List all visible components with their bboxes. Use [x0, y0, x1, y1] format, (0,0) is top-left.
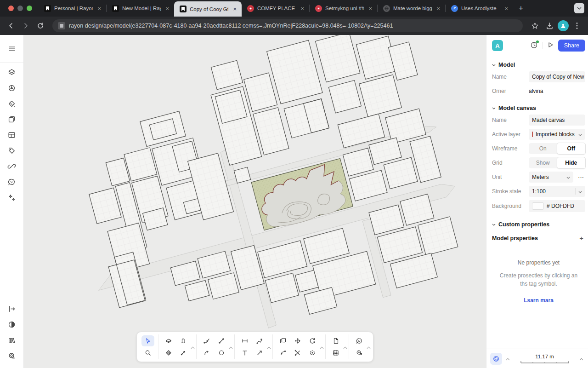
contrast-icon[interactable] — [4, 316, 20, 332]
forward-button[interactable] — [19, 19, 32, 32]
circle-tool[interactable] — [215, 347, 228, 358]
unit-more-button[interactable]: ⋯ — [577, 174, 585, 181]
close-window-button[interactable] — [8, 6, 14, 11]
expand-group-icon[interactable] — [229, 343, 233, 351]
minimize-window-button[interactable] — [17, 6, 23, 11]
tab-setmykng[interactable]: Setmykng unl ##@ × — [310, 0, 377, 17]
library-icon[interactable] — [4, 332, 20, 348]
globe-icon[interactable] — [4, 80, 20, 96]
measure-line-tool[interactable] — [177, 347, 190, 358]
model-name-field[interactable]: Copy of Copy of New M.. — [529, 71, 585, 82]
tag-icon[interactable] — [4, 143, 20, 158]
offset-tool[interactable] — [306, 347, 319, 358]
orientation-icon[interactable] — [490, 353, 502, 365]
learn-more-link[interactable]: Lsarn mara — [498, 296, 579, 305]
node-tool[interactable] — [200, 335, 213, 346]
model-section-header[interactable]: Model — [492, 62, 585, 68]
tab-uses-arodlyste[interactable]: Uses Arodlyste - # × — [446, 0, 513, 17]
history-icon[interactable] — [530, 41, 538, 51]
add-property-button[interactable]: + — [577, 234, 585, 242]
grid-toggle[interactable]: Show Hide — [529, 157, 585, 168]
tab-close-icon[interactable]: × — [299, 5, 305, 12]
zoom-window-button[interactable] — [27, 6, 32, 11]
frame-tool[interactable] — [329, 347, 342, 358]
tab-close-icon[interactable]: × — [503, 5, 509, 12]
page-tool[interactable] — [329, 335, 342, 346]
background-color-swatch[interactable] — [532, 202, 544, 210]
stroke-scale-field[interactable]: 1:100 — [529, 186, 585, 197]
play-icon[interactable] — [547, 41, 554, 50]
comment-icon[interactable] — [4, 174, 20, 190]
hatch-tool[interactable] — [162, 347, 175, 358]
tab-personal[interactable]: Personal | Rayon × — [39, 0, 106, 17]
tab-close-icon[interactable]: × — [232, 6, 238, 12]
segment-tool[interactable] — [215, 335, 228, 346]
rotate-tool[interactable] — [306, 335, 319, 346]
text-tool[interactable] — [238, 347, 251, 358]
bookmark-star-icon[interactable] — [528, 19, 541, 32]
sparkles-icon[interactable] — [4, 190, 20, 205]
table-icon[interactable] — [4, 127, 20, 143]
workspace-avatar[interactable]: A — [492, 40, 503, 51]
collapse-icon[interactable] — [506, 356, 510, 362]
canvas-name-field[interactable]: Madel carvas — [529, 115, 585, 126]
expand-group-icon[interactable] — [343, 343, 347, 351]
wireframe-off-option[interactable]: Off — [557, 143, 586, 155]
export-icon[interactable] — [4, 301, 20, 316]
expand-group-icon[interactable] — [267, 343, 271, 351]
reload-button[interactable] — [34, 19, 47, 32]
arrow-tool[interactable] — [253, 347, 266, 358]
revision-tool[interactable] — [277, 347, 289, 358]
expand-group-icon[interactable] — [320, 343, 324, 351]
comment-tool[interactable] — [353, 335, 366, 346]
model-canvas[interactable] — [24, 35, 486, 368]
expand-group-icon[interactable] — [367, 343, 371, 351]
trim-tool[interactable] — [291, 347, 304, 358]
tab-mate-worde[interactable]: Mate worde biggs × — [378, 0, 445, 17]
window-controls[interactable] — [0, 0, 39, 17]
search-tool[interactable] — [141, 347, 154, 358]
collapse-icon[interactable] — [579, 356, 583, 362]
new-tab-button[interactable]: + — [513, 0, 529, 17]
tab-new-model[interactable]: New Model | Rayon × — [107, 0, 174, 17]
wireframe-on-option[interactable]: On — [529, 143, 557, 154]
grid-show-option[interactable]: Show — [529, 157, 557, 168]
download-icon[interactable] — [543, 19, 556, 32]
unit-select[interactable]: Meters — [529, 172, 573, 183]
tab-close-icon[interactable]: × — [96, 5, 102, 12]
custom-properties-section-header[interactable]: Custom properties — [492, 221, 585, 228]
polyline-tool[interactable] — [253, 335, 266, 346]
tab-close-icon[interactable]: × — [435, 5, 441, 12]
dimension-tool[interactable] — [238, 335, 251, 346]
active-layer-select[interactable]: Imported blocks — [529, 129, 585, 140]
tab-close-icon[interactable]: × — [367, 5, 373, 12]
tab-copy-of-copy[interactable]: Copy of Cooy Gf N × — [174, 1, 242, 17]
tape-measure-tool[interactable] — [353, 347, 366, 358]
material-icon[interactable] — [4, 96, 20, 111]
select-tool[interactable] — [141, 335, 154, 346]
background-field[interactable]: # DOFDFD — [529, 200, 585, 212]
move-tool[interactable] — [291, 335, 304, 346]
help-icon[interactable] — [4, 348, 20, 363]
arc-tool[interactable] — [200, 347, 213, 358]
pages-icon[interactable] — [4, 111, 20, 127]
menu-icon[interactable] — [4, 41, 20, 57]
expand-group-icon[interactable] — [191, 343, 195, 351]
model-canvas-section-header[interactable]: Model canvas — [492, 105, 585, 111]
browser-profile-avatar[interactable] — [558, 20, 569, 31]
slab-tool[interactable] — [162, 335, 175, 346]
back-button[interactable] — [5, 19, 17, 32]
site-info-icon[interactable] — [58, 22, 65, 29]
link-icon[interactable] — [4, 158, 20, 174]
copy-tool[interactable] — [277, 335, 289, 346]
browser-menu-icon[interactable] — [571, 19, 583, 32]
tab-search-button[interactable] — [574, 3, 584, 13]
wall-tool[interactable] — [177, 335, 190, 346]
layers-icon[interactable] — [4, 64, 20, 80]
wireframe-toggle[interactable]: On Off — [529, 143, 585, 154]
tab-comfy-place[interactable]: COMFY PLACE | V × — [242, 0, 309, 17]
share-button[interactable]: Share — [558, 40, 585, 52]
url-bar[interactable]: rayon design/ape/model(e3227704-087c-418… — [52, 19, 523, 32]
grid-hide-option[interactable]: Hide — [557, 157, 586, 169]
tab-close-icon[interactable]: × — [164, 5, 170, 12]
